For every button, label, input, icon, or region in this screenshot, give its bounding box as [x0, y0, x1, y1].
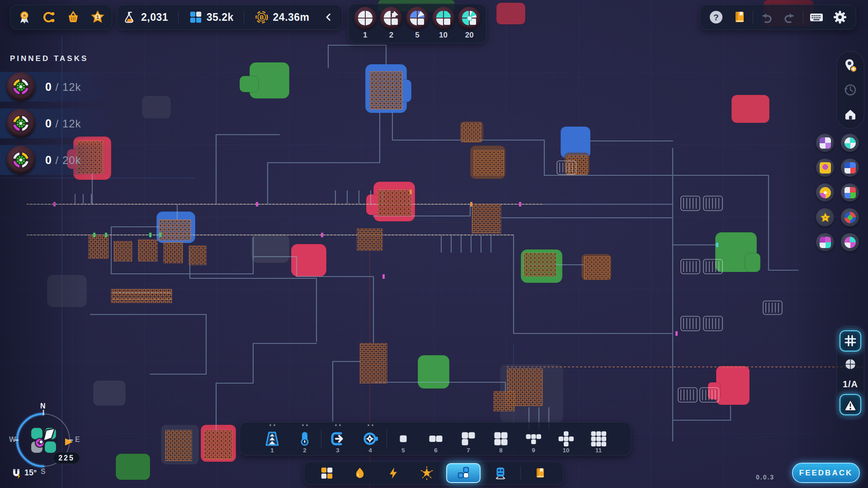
rank-star-icon: 1 [90, 9, 105, 25]
shape-glyph [844, 237, 856, 248]
platform-slot-l[interactable]: 7 [452, 422, 485, 455]
platform-slot-1x1[interactable]: 5 [387, 422, 420, 455]
variant-dots [354, 424, 387, 426]
task-shape-badge [6, 72, 35, 101]
compass-widget[interactable]: N W E S 225 15° [8, 401, 90, 488]
processor-icon [362, 431, 378, 447]
add-marker-button[interactable] [840, 55, 861, 76]
tab-library[interactable] [527, 463, 554, 483]
belt-lines [27, 204, 865, 367]
tab-energy[interactable] [380, 463, 407, 483]
hotkey-label: 4 [354, 447, 387, 454]
grid-icon [843, 333, 858, 348]
currency-letter: B [259, 14, 264, 21]
tab-platforms[interactable] [446, 463, 481, 483]
undo-button[interactable] [756, 7, 777, 28]
shape-blue-icon [409, 10, 425, 26]
milestone-option-10[interactable]: 10 [430, 7, 457, 40]
collapse-resources-button[interactable] [320, 7, 338, 28]
heading-value: 225 [53, 452, 80, 464]
magnet-icon [10, 467, 23, 480]
shape-glyph [820, 162, 831, 174]
milestone-option-2[interactable]: 2 [378, 7, 405, 40]
world-map[interactable] [0, 0, 868, 488]
help-button[interactable]: ? [706, 7, 726, 28]
pinned-task-row[interactable]: 0 / 12k [0, 108, 114, 138]
settings-button[interactable] [830, 7, 850, 28]
research-flask-icon [123, 10, 137, 24]
rank-button[interactable]: 1 [87, 7, 108, 28]
shape-goal-badge-6[interactable] [841, 183, 859, 202]
milestone-count: 10 [439, 31, 448, 40]
achievements-button[interactable] [14, 7, 35, 28]
shape-glyph [820, 237, 831, 248]
platform-slot-plus[interactable]: 10 [550, 422, 582, 455]
building-slot-pipe[interactable]: 2 [288, 422, 321, 455]
currency-coin-icon: B [255, 10, 269, 24]
wiki-button[interactable] [729, 7, 750, 28]
tab-shapes[interactable] [313, 463, 340, 483]
redo-button[interactable] [779, 7, 800, 28]
variant-dots [288, 424, 321, 426]
platform-slot-3x3[interactable]: 11 [582, 422, 615, 455]
platform-slot-1x2[interactable]: 6 [420, 422, 452, 455]
shape-goal-badge-1[interactable] [816, 134, 834, 152]
pinned-tasks-title: PINNED TASKS [10, 54, 88, 63]
home-icon [843, 107, 858, 122]
task-progress: 0 / 12k [45, 117, 81, 130]
tab-fluids[interactable] [346, 463, 373, 483]
shape-badge [406, 7, 429, 29]
progression-button[interactable] [38, 7, 59, 28]
platform-units[interactable]: 35.2k [187, 10, 236, 24]
tab-trains[interactable] [487, 463, 514, 483]
shape-goal-badge-7[interactable] [816, 208, 834, 226]
platform-units-value: 35.2k [207, 11, 234, 23]
research-points[interactable]: 2,031 [122, 10, 170, 24]
alerts-button[interactable] [840, 394, 861, 415]
shape-goal-badge-4[interactable] [841, 159, 859, 177]
shape-circle-icon [357, 10, 373, 26]
building-slot-processor[interactable]: 4 [354, 422, 387, 455]
shape-layered-icon [461, 10, 477, 26]
flame-icon [354, 467, 366, 479]
shape-goal-badge-3[interactable] [816, 159, 834, 177]
platform-plus-icon [558, 431, 574, 447]
shape-layer-button[interactable] [840, 355, 860, 373]
milestone-count: 2 [389, 31, 393, 40]
task-separator: / [56, 154, 59, 166]
hotkey-label: 11 [582, 447, 615, 454]
building-slot-conveyor[interactable]: 1 [256, 422, 288, 455]
grid-overlay-button[interactable] [840, 330, 861, 352]
building-slot-extractor[interactable]: 3 [321, 422, 354, 455]
undo-icon [759, 10, 774, 24]
platform-slot-t[interactable]: 9 [517, 422, 550, 455]
hotkey-label: 8 [485, 447, 517, 454]
task-current: 0 [45, 154, 52, 166]
platform-2x2-icon [493, 431, 509, 447]
shape-goal-badge-9[interactable] [816, 233, 834, 251]
money[interactable]: B 24.36m [253, 10, 311, 24]
shape-goal-badge-10[interactable] [841, 233, 859, 251]
shape-goal-badge-8[interactable] [841, 208, 859, 226]
history-button[interactable] [840, 80, 861, 100]
milestone-option-5[interactable]: 5 [404, 7, 430, 40]
platform-slot-2x2[interactable]: 8 [485, 422, 517, 455]
compass-south: S [41, 468, 46, 476]
shape-goal-badge-5[interactable] [816, 183, 834, 202]
game-viewport: 1 2,031 35.2k B 24.36m [0, 0, 868, 488]
divider [803, 11, 803, 23]
keybindings-button[interactable] [806, 7, 827, 28]
milestone-option-1[interactable]: 1 [352, 7, 378, 40]
task-separator: / [56, 81, 59, 93]
shape-goal-badge-2[interactable] [841, 134, 859, 152]
storage-arrays [557, 161, 782, 402]
milestone-option-20[interactable]: 20 [456, 7, 482, 40]
shop-button[interactable] [63, 7, 84, 28]
tab-effects[interactable] [413, 463, 440, 483]
pinned-task-row[interactable]: 0 / 12k [0, 72, 114, 102]
version-label: 0.0.3 [756, 474, 774, 481]
feedback-button[interactable]: FEEDBACK [792, 463, 860, 483]
pinned-task-row[interactable]: 0 / 20k [0, 145, 114, 175]
home-button[interactable] [840, 104, 861, 125]
compass-north: N [40, 402, 46, 410]
